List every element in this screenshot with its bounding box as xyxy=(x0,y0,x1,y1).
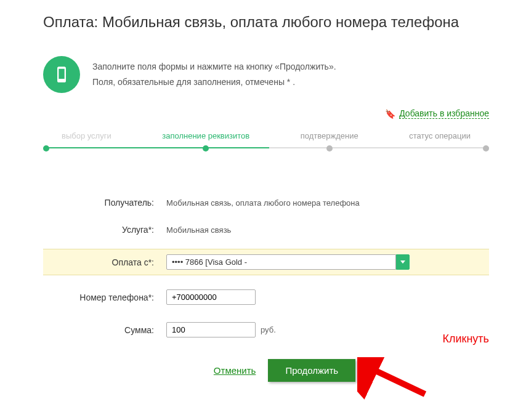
step-3: подтверждение xyxy=(301,131,358,151)
payfrom-select[interactable]: •••• 7866 [Visa Gold - xyxy=(166,254,396,270)
cancel-button[interactable]: Отменить xyxy=(214,365,256,376)
recipient-value: Мобильная связь, оплата любого номера те… xyxy=(166,198,360,208)
actions-row: Отменить Продолжить xyxy=(80,359,489,382)
phone-input[interactable] xyxy=(166,289,256,305)
recipient-row: Получатель: Мобильная связь, оплата любо… xyxy=(43,195,489,211)
bookmark-icon: 🔖 xyxy=(385,109,395,119)
favorite-link-row: 🔖 Добавить в избранное xyxy=(43,108,489,119)
page-title: Оплата: Мобильная связь, оплата любого н… xyxy=(43,12,489,31)
phone-label: Номер телефона*: xyxy=(43,293,166,302)
payfrom-label: Оплата с*: xyxy=(43,257,166,267)
service-value: Мобильная связь xyxy=(166,225,231,235)
amount-suffix: руб. xyxy=(261,325,276,334)
amount-input[interactable] xyxy=(166,322,256,337)
phone-row: Номер телефона*: xyxy=(43,286,489,308)
amount-row: Сумма: руб. xyxy=(43,319,489,341)
add-favorite-link[interactable]: Добавить в избранное xyxy=(399,108,489,119)
payfrom-dropdown-button[interactable] xyxy=(396,254,410,270)
info-line-1: Заполните поля формы и нажмите на кнопку… xyxy=(92,59,336,75)
recipient-label: Получатель: xyxy=(43,198,166,208)
step-4: статус операции xyxy=(409,131,489,151)
progress-steps: выбор услуги заполнение реквизитов подтв… xyxy=(43,131,489,151)
step-2: заполнение реквизитов xyxy=(162,131,249,151)
phone-icon xyxy=(43,56,80,93)
service-row: Услуга*: Мобильная связь xyxy=(43,222,489,238)
info-line-2: Поля, обязательные для заполнения, отмеч… xyxy=(92,75,336,90)
continue-button[interactable]: Продолжить xyxy=(268,359,355,382)
info-block: Заполните поля формы и нажмите на кнопку… xyxy=(43,56,489,93)
service-label: Услуга*: xyxy=(43,225,166,235)
payfrom-row: Оплата с*: •••• 7866 [Visa Gold - xyxy=(43,249,489,275)
step-1: выбор услуги xyxy=(43,131,111,151)
amount-label: Сумма: xyxy=(43,325,166,335)
